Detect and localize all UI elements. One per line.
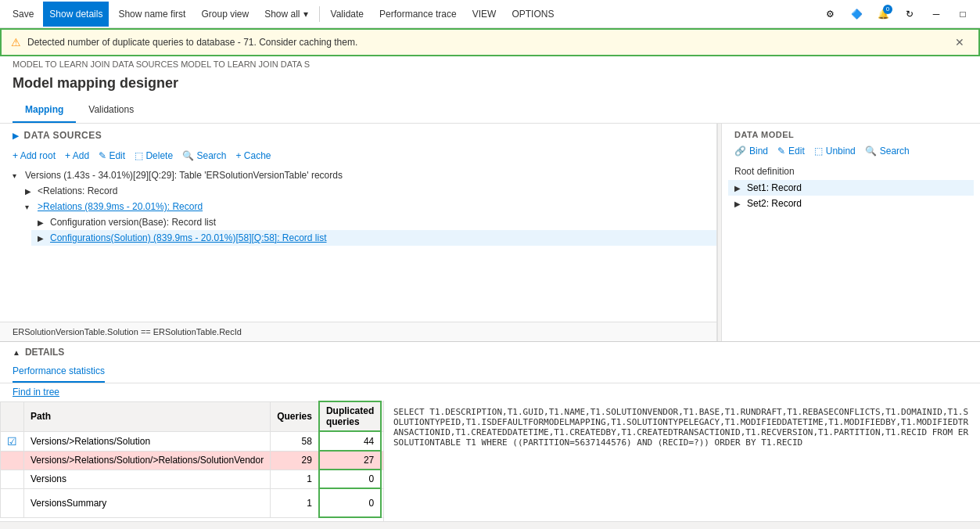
datamodel-toolbar: 🔗 Bind ✎ Edit ⬚ Unbind 🔍 Search (722, 142, 980, 163)
dm-item-set2[interactable]: ▶ Set2: Record (728, 196, 974, 211)
datasources-collapse-arrow[interactable]: ▶ (13, 131, 20, 140)
show-all-button[interactable]: Show all ▾ (258, 2, 314, 27)
bind-button[interactable]: 🔗 Bind (734, 146, 768, 157)
row-queries: 58 (271, 431, 319, 451)
view-button[interactable]: VIEW (466, 2, 503, 27)
tree-item-configurations[interactable]: ▶ Configurations(Solution) (839.9ms - 20… (31, 230, 716, 246)
tree-arrow-relations-base[interactable]: ▶ (25, 187, 34, 196)
right-panel: DATA MODEL 🔗 Bind ✎ Edit ⬚ Unbind (722, 124, 980, 341)
minimize-icon-btn[interactable]: ─ (925, 3, 947, 25)
dm-tree: ▶ Set1: Record ▶ Set2: Record (722, 180, 980, 341)
performance-trace-button[interactable]: Performance trace (373, 2, 463, 27)
add-button[interactable]: + Add (65, 150, 89, 161)
table-row[interactable]: Versions/>Relations/Solution/>Relations/… (1, 451, 384, 470)
edit-button[interactable]: ✎ Edit (99, 150, 125, 161)
breadcrumb: MODEL TO LEARN JOIN DATA SOURCES MODEL T… (0, 56, 980, 72)
add-root-button[interactable]: + Add root (13, 150, 56, 161)
row-check[interactable] (1, 488, 24, 517)
tree-label-configurations: Configurations(Solution) (839.9ms - 20.0… (50, 232, 327, 243)
cache-button[interactable]: + Cache (235, 150, 271, 161)
formula-bar: ERSolutionVersionTable.Solution == ERSol… (0, 322, 716, 341)
tab-validations[interactable]: Validations (76, 98, 146, 123)
row-check[interactable] (1, 451, 24, 470)
tree-arrow-relations[interactable]: ▾ (25, 203, 34, 211)
datamodel-header: DATA MODEL (722, 124, 980, 142)
dm-arrow-set2[interactable]: ▶ (734, 200, 744, 208)
tree-arrow-versions[interactable]: ▾ (13, 171, 22, 180)
edit-dm-button[interactable]: ✎ Edit (777, 146, 805, 157)
th-path[interactable]: Path (24, 401, 271, 431)
details-header: ▲ DETAILS (0, 342, 980, 362)
upper-content: ▶ DATA SOURCES + Add root + Add ✎ Edit ⬚… (0, 124, 980, 341)
dm-arrow-set1[interactable]: ▶ (734, 184, 744, 193)
content-area: ▶ DATA SOURCES + Add root + Add ✎ Edit ⬚… (0, 124, 980, 529)
notification-icon-btn[interactable]: 🔔 0 (872, 3, 894, 25)
dropdown-arrow-icon: ▾ (303, 9, 308, 20)
th-dup-queries[interactable]: Duplicated queries (319, 401, 381, 431)
show-name-first-button[interactable]: Show name first (112, 2, 192, 27)
details-panel: ▲ DETAILS Performance statistics Find in… (0, 341, 980, 521)
warning-text: Detected number of duplicate queries to … (27, 37, 944, 48)
tree-item-config-version[interactable]: ▶ Configuration version(Base): Record li… (31, 214, 716, 230)
tree-arrow-configurations[interactable]: ▶ (38, 234, 47, 243)
tree-label-config-version: Configuration version(Base): Record list (50, 217, 216, 228)
tree-item-versions[interactable]: ▾ Versions (1.43s - 34.01%)[29][Q:29]: T… (6, 167, 716, 183)
maximize-icon-btn[interactable]: □ (952, 3, 974, 25)
search-button[interactable]: 🔍 Search (182, 150, 226, 161)
perf-stats-tab[interactable]: Performance statistics (13, 362, 105, 383)
delete-button[interactable]: ⬚ Delete (135, 150, 173, 161)
validate-button[interactable]: Validate (325, 2, 370, 27)
row-path: Versions (24, 470, 271, 488)
dm-label-set2: Set2: Record (747, 198, 802, 209)
page-tabs: Mapping Validations (0, 98, 980, 124)
root-definition-label: Root definition (722, 163, 980, 180)
table-row[interactable]: ☑ Versions/>Relations/Solution 58 44 (1, 431, 384, 451)
details-table-area: Path Queries Duplicated queries Descript… (0, 401, 980, 521)
perf-table-wrapper[interactable]: Path Queries Duplicated queries Descript… (0, 401, 383, 521)
row-dup-queries: 0 (319, 488, 381, 517)
details-collapse-arrow[interactable]: ▲ (13, 348, 20, 357)
app-container: Save Show details Show name first Group … (0, 0, 980, 529)
table-row[interactable]: VersionsSummary 1 0 Record list 'Version… (1, 488, 384, 517)
tab-mapping[interactable]: Mapping (13, 98, 76, 123)
unbind-icon: ⬚ (814, 146, 823, 157)
tree-item-relations-base[interactable]: ▶ <Relations: Record (19, 183, 716, 199)
th-queries[interactable]: Queries (271, 401, 319, 431)
tree-label-versions: Versions (1.43s - 34.01%)[29][Q:29]: Tab… (25, 170, 343, 181)
refresh-icon-btn[interactable]: ↻ (899, 3, 921, 25)
office-icon-btn[interactable]: 🔷 (845, 3, 867, 25)
checkbox-checked-icon: ☑ (7, 435, 17, 448)
save-button[interactable]: Save (6, 2, 40, 27)
dm-item-set1[interactable]: ▶ Set1: Record (728, 180, 974, 196)
tree-item-relations[interactable]: ▾ >Relations (839.9ms - 20.01%): Record (19, 199, 716, 214)
th-check (1, 401, 24, 431)
tree-label-relations: >Relations (839.9ms - 20.01%): Record (38, 201, 203, 212)
bind-icon: 🔗 (734, 146, 746, 157)
sql-panel: SELECT T1.DESCRIPTION,T1.GUID,T1.NAME,T1… (383, 401, 980, 521)
row-dup-queries: 27 (319, 451, 381, 470)
warning-icon: ⚠ (11, 36, 21, 49)
find-in-tree-link[interactable]: Find in tree (0, 383, 980, 401)
row-check[interactable] (1, 470, 24, 488)
settings-icon-btn[interactable]: ⚙ (819, 3, 841, 25)
search-dm-button[interactable]: 🔍 Search (865, 146, 910, 157)
bottom-scrollbar[interactable] (0, 521, 980, 529)
top-toolbar: Save Show details Show name first Group … (0, 0, 980, 28)
details-label: DETAILS (25, 347, 64, 358)
options-button[interactable]: OPTIONS (505, 2, 560, 27)
row-path: Versions/>Relations/Solution (24, 431, 271, 451)
unbind-button[interactable]: ⬚ Unbind (814, 146, 856, 157)
edit-icon: ✎ (777, 146, 785, 157)
perf-table: Path Queries Duplicated queries Descript… (0, 401, 383, 518)
row-path: Versions/>Relations/Solution/>Relations/… (24, 451, 271, 470)
warning-close-button[interactable]: ✕ (950, 34, 969, 50)
row-dup-queries: 44 (319, 431, 381, 451)
row-check[interactable]: ☑ (1, 431, 24, 451)
show-details-button[interactable]: Show details (43, 2, 109, 27)
tree-area: ▾ Versions (1.43s - 34.01%)[29][Q:29]: T… (0, 167, 716, 322)
group-view-button[interactable]: Group view (195, 2, 255, 27)
row-path: VersionsSummary (24, 488, 271, 517)
table-row[interactable]: Versions 1 0 (1, 470, 384, 488)
tree-arrow-config-version[interactable]: ▶ (38, 218, 47, 227)
dm-label-set1: Set1: Record (747, 182, 802, 193)
